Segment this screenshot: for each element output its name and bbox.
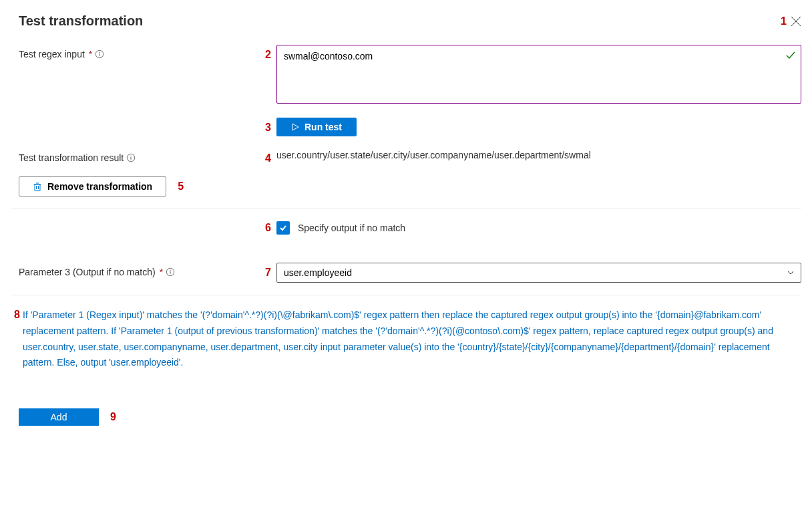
- divider: [11, 295, 801, 295]
- regex-input-field[interactable]: [276, 45, 801, 104]
- required-mark: *: [89, 49, 92, 59]
- annotation-8: 8: [11, 307, 20, 321]
- info-icon[interactable]: [166, 267, 175, 277]
- regex-input-control-col: 2: [258, 45, 801, 106]
- svg-rect-8: [131, 157, 132, 160]
- run-test-label: Run test: [304, 122, 342, 132]
- remove-row: Remove transformation 5: [11, 176, 801, 197]
- run-test-button[interactable]: Run test: [276, 118, 357, 136]
- result-label-col: Test transformation result: [11, 148, 258, 163]
- result-value: user.country/user.state/user.city/user.c…: [276, 148, 591, 160]
- param3-select[interactable]: user.employeeid: [276, 263, 801, 283]
- annotation-5: 5: [174, 180, 184, 192]
- annotation-4: 4: [262, 152, 271, 164]
- annotation-2: 2: [262, 49, 271, 61]
- regex-input-row: Test regex input * 2: [11, 45, 801, 106]
- close-icon[interactable]: [791, 16, 801, 27]
- transformation-description: If 'Parameter 1 (Regex input)' matches t…: [23, 307, 796, 371]
- svg-rect-4: [99, 53, 100, 56]
- annotation-6: 6: [262, 222, 271, 234]
- checkmark-icon: [279, 224, 287, 232]
- page-title: Test transformation: [19, 13, 143, 29]
- info-icon[interactable]: [95, 49, 104, 59]
- svg-marker-5: [292, 124, 298, 130]
- info-icon[interactable]: [126, 153, 136, 162]
- valid-check-icon: [785, 50, 796, 61]
- result-row: Test transformation result 4 user.countr…: [11, 148, 801, 164]
- trash-icon: [33, 182, 42, 191]
- play-icon: [291, 123, 299, 131]
- svg-point-3: [99, 52, 100, 53]
- header-row: Test transformation 1: [11, 13, 801, 29]
- add-button[interactable]: Add: [19, 408, 99, 426]
- divider: [11, 209, 801, 209]
- footer-row: Add 9: [19, 408, 801, 426]
- run-test-row: 3 Run test: [11, 118, 801, 136]
- required-mark: *: [160, 267, 163, 277]
- specify-no-match-checkbox[interactable]: [276, 221, 290, 235]
- svg-point-7: [130, 156, 131, 156]
- param3-label-col: Parameter 3 (Output if no match) *: [11, 263, 258, 277]
- regex-input-label-col: Test regex input *: [11, 45, 258, 59]
- param3-label: Parameter 3 (Output if no match): [19, 267, 156, 277]
- svg-rect-9: [35, 184, 40, 190]
- svg-point-15: [170, 270, 170, 271]
- annotation-7: 7: [262, 267, 271, 279]
- annotation-1: 1: [777, 15, 787, 27]
- svg-rect-16: [170, 271, 171, 274]
- annotation-3: 3: [262, 122, 271, 134]
- remove-transformation-label: Remove transformation: [47, 181, 152, 192]
- specify-no-match-row: 6 Specify output if no match: [11, 221, 801, 235]
- remove-transformation-button[interactable]: Remove transformation: [19, 176, 166, 197]
- annotation-9: 9: [107, 411, 116, 423]
- regex-input-label: Test regex input: [19, 49, 85, 59]
- param3-row: Parameter 3 (Output if no match) * 7 use…: [11, 263, 801, 283]
- result-label: Test transformation result: [19, 152, 124, 163]
- description-row: 8 If 'Parameter 1 (Regex input)' matches…: [11, 307, 801, 371]
- close-area: 1: [777, 15, 801, 27]
- specify-no-match-label: Specify output if no match: [298, 223, 405, 233]
